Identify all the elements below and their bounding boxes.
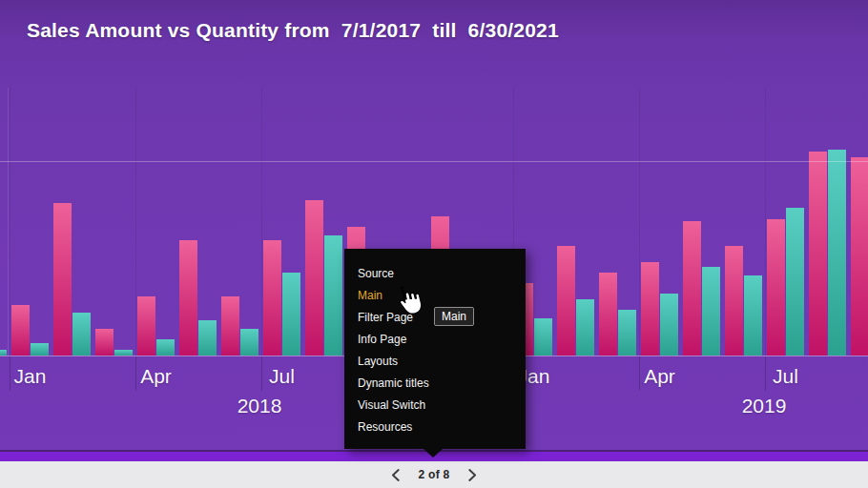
- bar-sales-amount-aug-2019[interactable]: [809, 152, 827, 356]
- bar-sales-amount-sep-2019[interactable]: [851, 157, 868, 356]
- x-axis-tick: [639, 356, 640, 391]
- quarter-gridline: [765, 88, 766, 356]
- bar-quantity-may-2018[interactable]: [198, 320, 217, 356]
- bar-quantity-jan-2018[interactable]: [31, 343, 49, 356]
- quarter-gridline: [10, 88, 10, 356]
- x-axis-label-jul: Jul: [773, 365, 798, 388]
- bar-sales-amount-jun-2019[interactable]: [725, 246, 743, 356]
- bar-sales-amount-apr-2019[interactable]: [641, 262, 659, 356]
- pager-prev-button[interactable]: [389, 467, 403, 483]
- horizontal-gridline: [0, 161, 868, 162]
- bar-quantity-may-2019[interactable]: [702, 267, 720, 356]
- bar-quantity-feb-2019[interactable]: [576, 299, 594, 356]
- bar-sales-amount-jan-2018[interactable]: [11, 305, 30, 356]
- menu-item-main[interactable]: Main: [344, 285, 526, 307]
- x-axis-tick: [10, 356, 10, 391]
- pager-next-button[interactable]: [465, 467, 479, 483]
- bar-sales-amount-feb-2019[interactable]: [557, 246, 575, 356]
- bar-quantity-jul-2018[interactable]: [282, 273, 300, 356]
- x-axis-tick: [765, 356, 766, 391]
- menu-item-info-page[interactable]: Info Page: [344, 329, 526, 351]
- bar-quantity-aug-2018[interactable]: [324, 235, 342, 356]
- bar-quantity-jun-2019[interactable]: [744, 275, 762, 356]
- pager-page-label: 2 of 8: [418, 468, 449, 481]
- x-axis-tick: [135, 356, 136, 391]
- x-axis-year-label-2019: 2019: [742, 395, 787, 417]
- bar-quantity-aug-2019[interactable]: [828, 150, 846, 356]
- x-axis-label-apr: Apr: [644, 365, 675, 388]
- bar-sales-amount-jul-2019[interactable]: [767, 219, 785, 356]
- powerbi-report: { "title": "Sales Amount vs Quantity fro…: [0, 0, 868, 488]
- bar-quantity-mar-2019[interactable]: [618, 310, 636, 356]
- bar-quantity-feb-2018[interactable]: [72, 313, 91, 356]
- chevron-left-icon: [391, 469, 401, 481]
- menu-item-source[interactable]: Source: [344, 263, 526, 285]
- bar-sales-amount-mar-2018[interactable]: [95, 329, 114, 356]
- bar-quantity-apr-2018[interactable]: [156, 339, 175, 356]
- bar-sales-amount-aug-2018[interactable]: [305, 200, 323, 356]
- bar-sales-amount-jul-2018[interactable]: [263, 240, 281, 356]
- bar-sales-amount-feb-2018[interactable]: [53, 203, 72, 356]
- menu-item-dynamic-titles[interactable]: Dynamic titles: [344, 373, 526, 395]
- menu-item-visual-switch[interactable]: Visual Switch: [344, 395, 526, 417]
- bar-quantity-apr-2019[interactable]: [660, 294, 678, 356]
- bar-sales-amount-may-2018[interactable]: [179, 240, 197, 356]
- bar-sales-amount-jun-2018[interactable]: [221, 296, 239, 356]
- bar-sales-amount-may-2019[interactable]: [683, 221, 701, 356]
- tooltip: Main: [434, 307, 474, 326]
- bar-quantity-jul-2019[interactable]: [786, 208, 804, 356]
- chevron-right-icon: [467, 469, 477, 481]
- bar-sales-amount-mar-2019[interactable]: [599, 273, 617, 356]
- quarter-gridline: [261, 88, 262, 356]
- menu-item-layouts[interactable]: Layouts: [344, 351, 526, 373]
- x-axis-label-jul: Jul: [269, 365, 295, 388]
- menu-item-resources[interactable]: Resources: [344, 417, 526, 438]
- x-axis-tick: [261, 356, 262, 391]
- x-axis-label-jan: Jan: [14, 365, 47, 388]
- bar-sales-amount-apr-2018[interactable]: [137, 296, 155, 356]
- y-axis-line: [8, 88, 9, 356]
- bar-quantity-jun-2018[interactable]: [240, 329, 258, 356]
- x-axis-label-apr: Apr: [140, 365, 172, 388]
- quarter-gridline: [639, 88, 640, 356]
- bar-quantity-jan-2019[interactable]: [534, 318, 552, 356]
- menu-callout-tail-icon: [423, 448, 444, 458]
- x-axis-year-label-2018: 2018: [238, 395, 282, 417]
- page-navigation-bar: 2 of 8: [0, 461, 868, 488]
- quarter-gridline: [135, 88, 136, 356]
- page-menu: SourceMainFilter PageInfo PageLayoutsDyn…: [344, 249, 526, 449]
